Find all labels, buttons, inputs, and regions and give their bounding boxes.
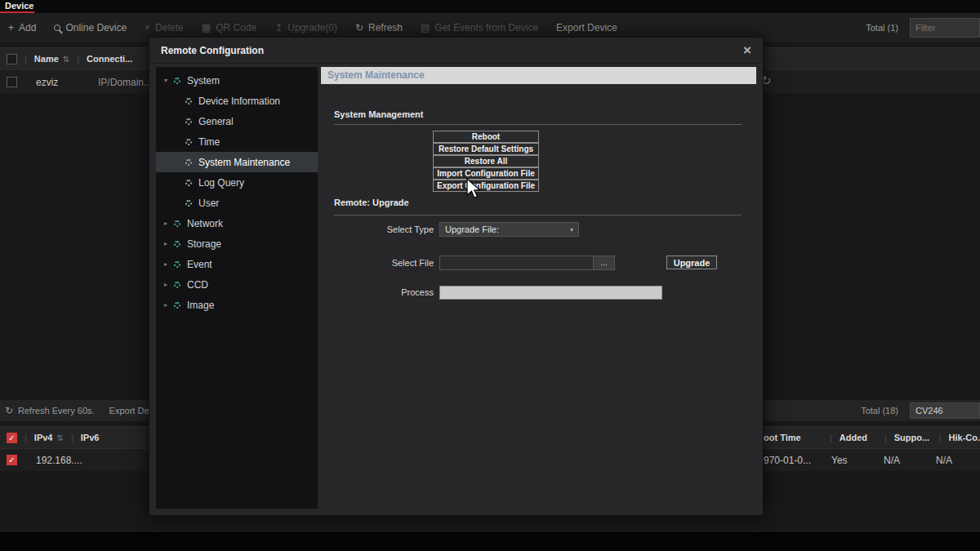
online-ipv4: 192.168.... xyxy=(36,455,82,466)
tree-item-image[interactable]: ▸ Image xyxy=(156,295,318,315)
restore-all-button[interactable]: Restore All xyxy=(433,155,539,167)
gear-icon xyxy=(174,282,180,288)
tree-label: System Maintenance xyxy=(198,157,290,168)
refresh-every-button[interactable]: ↻ Refresh Every 60s. xyxy=(5,406,95,415)
refresh-icon: ↻ xyxy=(355,23,363,33)
gear-icon xyxy=(185,118,192,125)
get-events-button[interactable]: ▤ Get Events from Device xyxy=(421,22,538,33)
row-checkbox-online[interactable]: ✓ xyxy=(7,455,17,465)
section-divider xyxy=(334,124,742,125)
tree-label: General xyxy=(198,116,234,127)
section-divider xyxy=(334,215,742,216)
dropdown-value: Upgrade File: xyxy=(445,224,499,234)
select-all-checkbox[interactable] xyxy=(7,54,17,64)
gear-icon xyxy=(174,241,180,247)
chevron-right-icon[interactable]: ▸ xyxy=(164,220,174,227)
upgrade-button[interactable]: Upgrade xyxy=(666,256,717,269)
refresh-button[interactable]: ↻ Refresh xyxy=(355,22,403,33)
column-added[interactable]: Added xyxy=(840,433,877,442)
chevron-right-icon[interactable]: ▸ xyxy=(164,301,174,309)
plus-icon: + xyxy=(8,23,14,33)
chevron-right-icon[interactable]: ▸ xyxy=(164,240,174,247)
sort-icon[interactable]: ⇅ xyxy=(57,433,64,442)
chevron-right-icon[interactable]: ▸ xyxy=(164,260,174,268)
export-device-label: Export Device xyxy=(556,22,617,33)
search-icon xyxy=(54,24,60,31)
online-toolbar-right: Total (18) xyxy=(861,400,980,421)
tree-item-system-maintenance[interactable]: System Maintenance xyxy=(156,152,318,172)
tree-item-device-information[interactable]: Device Information xyxy=(156,91,318,111)
column-name[interactable]: Name xyxy=(34,54,59,64)
chevron-down-icon: ▾ xyxy=(570,226,573,233)
reboot-button[interactable]: Reboot xyxy=(433,131,539,143)
upgrade-label: Upgrade(0) xyxy=(287,22,337,33)
tree-item-storage[interactable]: ▸ Storage xyxy=(156,233,318,254)
select-all-checkbox-online[interactable]: ✓ xyxy=(7,433,17,443)
tree-item-user[interactable]: User xyxy=(156,193,318,213)
online-added: Yes xyxy=(831,455,884,466)
events-icon: ▤ xyxy=(421,23,430,33)
gear-icon xyxy=(185,98,192,104)
device-name: ezviz xyxy=(36,77,98,88)
gear-icon xyxy=(185,180,192,186)
tree-item-time[interactable]: Time xyxy=(156,131,318,152)
close-icon: × xyxy=(145,23,150,33)
browse-button[interactable]: ... xyxy=(593,256,614,269)
online-hik-connect: N/A xyxy=(936,455,973,466)
online-boot-time: 970-01-0... xyxy=(764,455,831,466)
restore-default-settings-button[interactable]: Restore Default Settings xyxy=(433,143,539,155)
column-hik-connect[interactable]: Hik-Co... xyxy=(949,433,980,442)
delete-button[interactable]: × Delete xyxy=(145,22,184,33)
column-ipv6[interactable]: IPv6 xyxy=(81,433,100,442)
gear-icon xyxy=(174,78,180,84)
column-divider: | xyxy=(830,433,832,442)
column-ipv4[interactable]: IPv4 xyxy=(34,433,53,442)
refresh-icon: ↻ xyxy=(5,406,13,415)
upgrade-button-toolbar[interactable]: ↥ Upgrade(0) xyxy=(274,22,337,33)
tree-label: Event xyxy=(187,259,212,270)
tree-item-log-query[interactable]: Log Query xyxy=(156,172,318,193)
export-device-button[interactable]: Export Device xyxy=(556,22,617,33)
tab-device[interactable]: Device xyxy=(5,1,33,11)
online-filter-input[interactable] xyxy=(910,402,980,419)
gear-icon xyxy=(185,200,192,207)
close-icon[interactable]: × xyxy=(743,43,751,57)
tree-item-general[interactable]: General xyxy=(156,111,318,131)
refresh-label: Refresh xyxy=(368,22,403,33)
upgrade-type-dropdown[interactable]: Upgrade File: ▾ xyxy=(439,222,579,237)
add-button[interactable]: + Add xyxy=(8,22,36,33)
tree-label: Log Query xyxy=(198,177,244,189)
select-file-input[interactable] xyxy=(440,256,593,269)
dialog-title-bar: Remote Configuration × xyxy=(149,38,763,64)
column-boot-time[interactable]: oot Time xyxy=(764,433,822,442)
check-icon: ✓ xyxy=(8,433,15,442)
tree-item-system[interactable]: ▾ System xyxy=(156,70,318,91)
top-tab-bar: Device xyxy=(0,0,980,13)
refresh-every-label: Refresh Every 60s. xyxy=(18,406,95,415)
tree-item-event[interactable]: ▸ Event xyxy=(156,254,318,274)
qr-code-button[interactable]: ▦ QR Code xyxy=(202,22,256,33)
toolbar-right: Total (1) xyxy=(866,13,980,42)
chevron-down-icon[interactable]: ▾ xyxy=(164,77,174,84)
tree-item-network[interactable]: ▸ Network xyxy=(156,213,318,233)
export-configuration-file-button[interactable]: Export Configuration File xyxy=(433,180,539,192)
qr-code-icon: ▦ xyxy=(202,23,211,33)
device-filter-input[interactable] xyxy=(910,18,980,38)
select-type-row: Select Type Upgrade File: ▾ xyxy=(321,222,756,237)
tree-item-ccd[interactable]: ▸ CCD xyxy=(156,274,318,295)
column-divider: | xyxy=(24,54,27,64)
section-system-management: System Management xyxy=(334,109,423,119)
import-configuration-file-button[interactable]: Import Configuration File xyxy=(433,167,539,180)
sort-icon[interactable]: ⇅ xyxy=(63,55,69,64)
remote-configuration-dialog: Remote Configuration × ▾ System Device I… xyxy=(149,37,764,516)
column-connection[interactable]: Connecti... xyxy=(87,54,132,64)
tree-label: CCD xyxy=(187,279,208,291)
online-device-button[interactable]: Online Device xyxy=(54,22,127,33)
online-support: N/A xyxy=(884,455,936,466)
online-total: Total (18) xyxy=(861,406,898,415)
config-tree: ▾ System Device Information General Time… xyxy=(156,67,318,509)
column-support[interactable]: Suppo... xyxy=(894,433,932,442)
chevron-right-icon[interactable]: ▸ xyxy=(164,281,174,288)
row-checkbox[interactable] xyxy=(7,77,17,87)
column-divider: | xyxy=(71,433,74,442)
